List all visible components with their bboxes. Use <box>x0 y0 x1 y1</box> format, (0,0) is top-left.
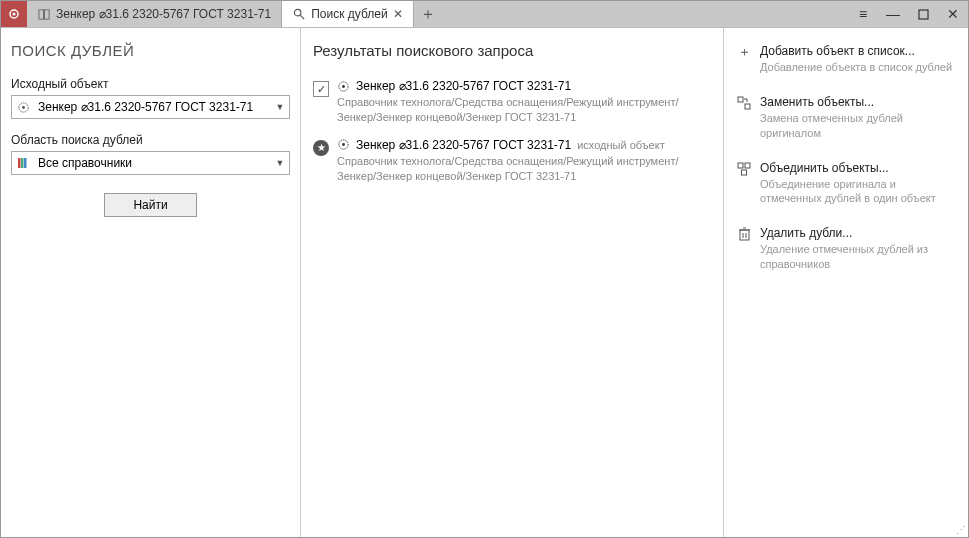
results-heading: Результаты поискового запроса <box>309 42 715 59</box>
chevron-down-icon[interactable]: ▼ <box>271 158 289 168</box>
trash-icon <box>736 226 752 242</box>
result-row[interactable]: ✓ Зенкер ⌀31.6 2320-5767 ГОСТ 3231-71 Сп… <box>309 73 715 132</box>
source-object-label: Исходный объект <box>11 77 290 91</box>
result-row[interactable]: ★ Зенкер ⌀31.6 2320-5767 ГОСТ 3231-71 ис… <box>309 132 715 191</box>
action-desc: Удаление отмеченных дублей из справочник… <box>760 242 956 272</box>
merge-icon <box>736 161 752 177</box>
tab-label: Зенкер ⌀31.6 2320-5767 ГОСТ 3231-71 <box>56 7 271 21</box>
action-title: Добавить объект в список... <box>760 44 956 58</box>
result-path: Справочник технолога/Средства оснащения/… <box>337 154 711 185</box>
result-title: Зенкер ⌀31.6 2320-5767 ГОСТ 3231-71 <box>356 79 571 93</box>
tab-search-duplicates[interactable]: Поиск дублей ✕ <box>282 1 413 27</box>
action-desc: Добавление объекта в список дублей <box>760 60 956 75</box>
svg-rect-11 <box>24 158 27 168</box>
result-body: Зенкер ⌀31.6 2320-5767 ГОСТ 3231-71 Спра… <box>337 79 711 126</box>
action-desc: Замена отмеченных дублей оригиналом <box>760 111 956 141</box>
search-panel: ПОИСК ДУБЛЕЙ Исходный объект ▼ Область п… <box>1 28 301 537</box>
action-delete[interactable]: Удалить дубли... Удаление отмеченных дуб… <box>734 220 958 286</box>
source-object-input[interactable] <box>34 100 271 114</box>
titlebar: Зенкер ⌀31.6 2320-5767 ГОСТ 3231-71 Поис… <box>1 1 968 27</box>
svg-rect-6 <box>919 10 928 19</box>
action-replace[interactable]: Заменить объекты... Замена отмеченных ду… <box>734 89 958 155</box>
new-tab-button[interactable]: ＋ <box>414 1 442 27</box>
result-title: Зенкер ⌀31.6 2320-5767 ГОСТ 3231-71 <box>356 138 571 152</box>
search-duplicates-icon <box>292 7 306 21</box>
plus-icon: ＋ <box>736 44 752 60</box>
svg-rect-2 <box>38 9 43 18</box>
action-title: Удалить дубли... <box>760 226 956 240</box>
books-icon <box>12 156 34 170</box>
svg-rect-19 <box>745 163 750 168</box>
action-title: Объединить объекты... <box>760 161 956 175</box>
svg-rect-3 <box>44 9 49 18</box>
app-logo-icon <box>1 1 27 27</box>
source-marker-icon: ★ <box>313 140 329 156</box>
action-add[interactable]: ＋ Добавить объект в список... Добавление… <box>734 38 958 89</box>
source-object-field[interactable]: ▼ <box>11 95 290 119</box>
results-panel: Результаты поискового запроса ✓ Зенкер ⌀… <box>301 28 723 537</box>
tab-label: Поиск дублей <box>311 7 387 21</box>
svg-rect-21 <box>740 230 749 240</box>
action-desc: Объединение оригинала и отмеченных дубле… <box>760 177 956 207</box>
minimize-button[interactable]: — <box>878 6 908 22</box>
close-button[interactable]: ✕ <box>938 6 968 22</box>
svg-point-4 <box>294 9 301 15</box>
result-path: Справочник технолога/Средства оснащения/… <box>337 95 711 126</box>
close-icon[interactable]: ✕ <box>393 7 403 21</box>
source-badge: исходный объект <box>577 139 665 151</box>
gear-icon <box>12 101 34 114</box>
svg-rect-18 <box>738 163 743 168</box>
checkbox[interactable]: ✓ <box>313 81 329 97</box>
action-title: Заменить объекты... <box>760 95 956 109</box>
scope-input[interactable] <box>34 156 271 170</box>
svg-rect-17 <box>745 104 750 109</box>
svg-point-1 <box>13 13 16 16</box>
maximize-button[interactable] <box>908 9 938 20</box>
action-merge[interactable]: Объединить объекты... Объединение оригин… <box>734 155 958 221</box>
svg-rect-9 <box>18 158 21 168</box>
scope-field[interactable]: ▼ <box>11 151 290 175</box>
svg-line-5 <box>300 15 304 19</box>
tab-bar: Зенкер ⌀31.6 2320-5767 ГОСТ 3231-71 Поис… <box>27 1 848 27</box>
actions-panel: ＋ Добавить объект в список... Добавление… <box>723 28 968 537</box>
content: ПОИСК ДУБЛЕЙ Исходный объект ▼ Область п… <box>1 27 968 537</box>
resize-grip[interactable]: ⋰ <box>956 524 966 535</box>
svg-rect-10 <box>21 158 24 168</box>
document-icon <box>37 7 51 21</box>
chevron-down-icon[interactable]: ▼ <box>271 102 289 112</box>
gear-icon <box>337 138 350 151</box>
svg-point-8 <box>22 106 25 109</box>
find-button[interactable]: Найти <box>104 193 196 217</box>
svg-rect-20 <box>742 170 747 175</box>
replace-icon <box>736 95 752 111</box>
menu-icon[interactable]: ≡ <box>848 6 878 22</box>
svg-rect-16 <box>738 97 743 102</box>
panel-heading: ПОИСК ДУБЛЕЙ <box>11 42 290 59</box>
tab-document[interactable]: Зенкер ⌀31.6 2320-5767 ГОСТ 3231-71 <box>27 1 282 27</box>
result-body: Зенкер ⌀31.6 2320-5767 ГОСТ 3231-71 исхо… <box>337 138 711 185</box>
gear-icon <box>337 80 350 93</box>
svg-point-13 <box>342 85 345 88</box>
window-controls: ≡ — ✕ <box>848 1 968 27</box>
scope-label: Область поиска дублей <box>11 133 290 147</box>
svg-point-15 <box>342 143 345 146</box>
app-window: Зенкер ⌀31.6 2320-5767 ГОСТ 3231-71 Поис… <box>0 0 969 538</box>
